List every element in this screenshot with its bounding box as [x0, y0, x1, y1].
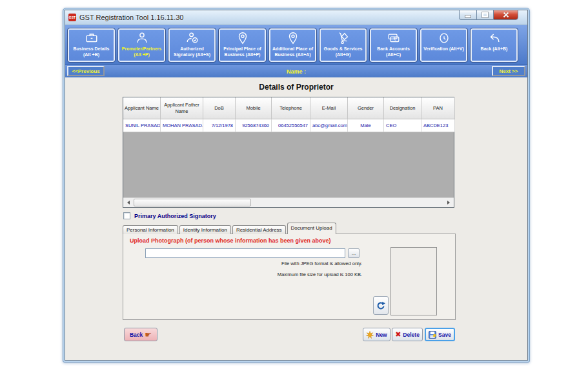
column-header: PAN	[421, 97, 455, 119]
proprietor-table: Applicant Name Applicant Father Name DoB…	[123, 97, 454, 208]
toolbar-button-verification[interactable]: Verification (Alt+V)	[420, 28, 468, 63]
hand-pointer-icon: ☛	[145, 331, 152, 339]
back-arrow-icon	[487, 30, 502, 46]
toolbar-button-goods-services[interactable]: Goods & Services (Alt+G)	[319, 28, 367, 63]
app-window: GST GST Registration Tool 1.16.11.30 Bus…	[63, 8, 530, 363]
table-empty-area	[123, 132, 454, 197]
toolbar-button-bank-accounts[interactable]: ₹ Bank Accounts (Alt+C)	[369, 28, 418, 63]
scroll-left-arrow-icon[interactable]	[124, 199, 133, 206]
person-icon	[135, 30, 149, 46]
delete-button[interactable]: ✖ Delete	[392, 328, 423, 341]
page-title: Details of Proprietor	[65, 83, 527, 92]
column-header: Gender	[348, 97, 384, 119]
previous-button[interactable]: <<Previous	[67, 66, 105, 76]
svg-text:₹: ₹	[393, 37, 396, 41]
primary-signatory-row: Primary Authorized Signatory	[123, 212, 216, 219]
starburst-icon	[366, 331, 374, 339]
name-label: Name :	[287, 68, 306, 75]
column-header: DoB	[203, 97, 236, 119]
map-pin-icon	[236, 30, 250, 46]
save-button[interactable]: Save	[425, 328, 455, 341]
toolbar-button-business-details[interactable]: Business Details (Alt +B)	[67, 28, 116, 63]
jpeg-format-note: File with JPEG format is allowed only.	[149, 261, 362, 266]
browse-button[interactable]: ...	[348, 248, 360, 258]
rupee-notes-icon: ₹	[387, 30, 401, 46]
column-header: Mobile	[236, 97, 272, 119]
primary-signatory-label: Primary Authorized Signatory	[134, 213, 216, 219]
table-row[interactable]: SUNIL PRASAD ... MOHAN PRASAD... 7/12/19…	[123, 119, 454, 132]
tab-identity-information[interactable]: Identity Information	[179, 225, 231, 234]
cell-mobile: 9256874360	[236, 119, 272, 132]
maximize-icon	[482, 12, 488, 17]
clock-icon	[437, 30, 451, 46]
cell-email: abc@gmail.com	[310, 119, 348, 132]
title-bar[interactable]: GST GST Registration Tool 1.16.11.30	[65, 10, 527, 25]
photo-path-input[interactable]	[145, 248, 345, 258]
cell-applicant-name: SUNIL PRASAD ...	[123, 119, 161, 132]
horizontal-scrollbar[interactable]	[123, 197, 454, 207]
column-header: E-Mail	[310, 97, 348, 119]
toolbar-button-promoter-partners[interactable]: Promoter/Partners (Alt +P)	[117, 28, 166, 63]
toolbar-button-principal-place[interactable]: Principal Place of Business (Alt+P)	[218, 28, 267, 63]
window-controls	[459, 10, 518, 20]
scroll-right-arrow-icon[interactable]	[444, 199, 453, 206]
person-check-icon	[185, 30, 199, 46]
tab-strip: Personal Information Identity Informatio…	[123, 223, 338, 234]
cell-dob: 7/12/1978	[203, 119, 236, 132]
cart-icon	[336, 30, 350, 46]
content-area: Details of Proprietor Applicant Name App…	[65, 77, 527, 360]
toolbar: Business Details (Alt +B) Promoter/Partn…	[65, 25, 527, 65]
scrollbar-thumb[interactable]	[134, 199, 251, 206]
map-pin-icon	[286, 30, 300, 46]
app-icon: GST	[68, 14, 76, 21]
window-title: GST Registration Tool 1.16.11.30	[79, 14, 183, 21]
column-header: Designation	[384, 97, 421, 119]
next-button[interactable]: Next >>	[492, 66, 525, 76]
cell-designation: CEO	[384, 119, 421, 132]
refresh-button[interactable]	[373, 296, 389, 315]
column-header: Applicant Father Name	[161, 97, 203, 119]
red-x-icon: ✖	[395, 331, 401, 338]
upload-photograph-label: Upload Photograph (of person whose infor…	[130, 237, 331, 244]
close-icon	[502, 11, 510, 19]
cell-father-name: MOHAN PRASAD...	[161, 119, 203, 132]
minimize-button[interactable]	[459, 10, 476, 20]
max-size-note: Maximum file size for upload is 100 KB.	[149, 272, 362, 277]
cell-pan: ABCDE123	[421, 119, 455, 132]
column-header: Applicant Name	[123, 97, 161, 119]
table-header-row: Applicant Name Applicant Father Name DoB…	[123, 97, 454, 119]
toolbar-button-additional-place[interactable]: Additional Place of Business (Alt+A)	[269, 28, 317, 63]
minimize-icon	[465, 15, 471, 17]
new-button[interactable]: New	[363, 328, 390, 341]
cell-telephone: 06452556547	[272, 119, 310, 132]
refresh-icon	[376, 301, 386, 311]
column-header: Telephone	[272, 97, 310, 119]
back-button[interactable]: Back ☛	[124, 328, 157, 341]
toolbar-button-authorized-signatory[interactable]: Authorized Signatory (Alt+S)	[168, 28, 216, 63]
desktop: GST GST Registration Tool 1.16.11.30 Bus…	[0, 0, 588, 369]
nav-bar: <<Previous Name : Next >>	[65, 65, 527, 77]
cell-gender: Male	[348, 119, 384, 132]
tab-document-upload[interactable]: Document Upload	[287, 223, 336, 234]
primary-signatory-checkbox[interactable]	[123, 212, 130, 219]
briefcase-icon	[85, 30, 99, 46]
tab-personal-information[interactable]: Personal Information	[123, 225, 178, 234]
floppy-disk-icon	[429, 331, 436, 339]
toolbar-button-back[interactable]: Back (Alt+B)	[470, 28, 518, 63]
maximize-button[interactable]	[476, 10, 493, 20]
photo-preview-box	[390, 247, 437, 315]
tab-residential-address[interactable]: Residential Address	[232, 225, 286, 234]
close-button[interactable]	[493, 10, 518, 20]
document-upload-panel: Upload Photograph (of person whose infor…	[123, 234, 456, 320]
